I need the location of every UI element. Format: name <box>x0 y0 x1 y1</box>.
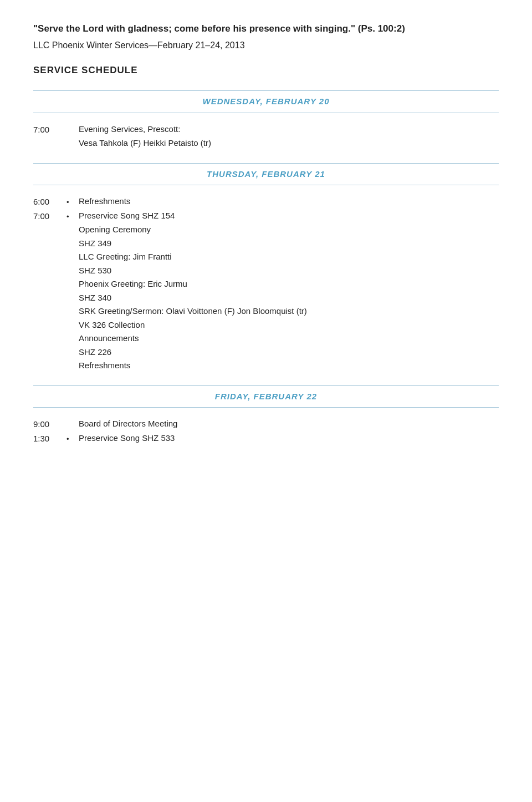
table-row: LLC Greeting: Jim Frantti <box>33 251 499 263</box>
bullet-col <box>66 418 79 419</box>
friday-title: FRIDAY, FEBRUARY 22 <box>33 390 499 403</box>
bullet-col <box>66 237 79 239</box>
content-col: SHZ 349 <box>79 237 499 250</box>
wednesday-divider-bottom <box>33 113 499 113</box>
table-row: SHZ 226 <box>33 346 499 359</box>
table-row: 1:30 • Preservice Song SHZ 533 <box>33 432 499 445</box>
table-row: 6:00 • Refreshments <box>33 195 499 209</box>
page-title: "Serve the Lord with gladness; come befo… <box>33 22 499 35</box>
friday-section: FRIDAY, FEBRUARY 22 <box>33 385 499 408</box>
content-col: LLC Greeting: Jim Frantti <box>79 251 499 263</box>
time-col <box>33 278 66 278</box>
time-col <box>33 359 66 360</box>
time-col: 7:00 <box>33 123 66 136</box>
bullet-col <box>66 332 79 334</box>
content-col: SRK Greeting/Sermon: Olavi Voittonen (F)… <box>79 305 499 318</box>
bullet-col <box>66 359 79 361</box>
time-col: 1:30 <box>33 432 66 445</box>
content-col: VK 326 Collection <box>79 319 499 332</box>
wednesday-divider-top <box>33 90 499 91</box>
time-col <box>33 265 66 265</box>
bullet-col <box>66 123 79 125</box>
bullet-col <box>66 251 79 252</box>
time-col <box>33 319 66 319</box>
content-col: Phoenix Greeting: Eric Jurmu <box>79 278 499 291</box>
page-content: "Serve the Lord with gladness; come befo… <box>33 22 499 445</box>
table-row: Vesa Tahkola (F) Heikki Petaisto (tr) <box>33 137 499 150</box>
bullet-col: • <box>66 432 79 445</box>
wednesday-section: WEDNESDAY, FEBRUARY 20 <box>33 90 499 113</box>
friday-divider-bottom <box>33 407 499 408</box>
time-col <box>33 237 66 238</box>
wednesday-items: 7:00 Evening Services, Prescott: Vesa Ta… <box>33 123 499 150</box>
table-row: VK 326 Collection <box>33 319 499 332</box>
table-row: 7:00 • Preservice Song SHZ 154 <box>33 210 499 223</box>
time-col: 9:00 <box>33 418 66 431</box>
bullet-col <box>66 319 79 321</box>
table-row: SHZ 530 <box>33 265 499 277</box>
time-col <box>33 305 66 306</box>
time-col <box>33 251 66 251</box>
thursday-divider-top <box>33 163 499 164</box>
time-col <box>33 332 66 333</box>
bullet-col <box>66 224 79 225</box>
content-col: Preservice Song SHZ 154 <box>79 210 499 222</box>
content-col: Vesa Tahkola (F) Heikki Petaisto (tr) <box>79 137 499 150</box>
bullet-col: • <box>66 195 79 208</box>
time-col <box>33 292 66 292</box>
time-col: 7:00 <box>33 210 66 223</box>
content-col: Evening Services, Prescott: <box>79 123 499 136</box>
content-col: Refreshments <box>79 195 499 208</box>
time-col: 6:00 <box>33 195 66 209</box>
thursday-items: 6:00 • Refreshments 7:00 • Preservice So… <box>33 195 499 372</box>
bullet-col <box>66 305 79 307</box>
bullet-col <box>66 292 79 293</box>
table-row: Refreshments <box>33 359 499 372</box>
bullet-col <box>66 346 79 348</box>
table-row: Announcements <box>33 332 499 345</box>
subtitle: LLC Phoenix Winter Services—February 21–… <box>33 39 499 52</box>
content-col: Refreshments <box>79 359 499 372</box>
time-col <box>33 137 66 138</box>
content-col: Announcements <box>79 332 499 345</box>
table-row: 7:00 Evening Services, Prescott: <box>33 123 499 136</box>
thursday-title: THURSDAY, FEBRUARY 21 <box>33 168 499 181</box>
content-col: SHZ 340 <box>79 292 499 304</box>
table-row: Opening Ceremony <box>33 224 499 236</box>
table-row: SHZ 340 <box>33 292 499 304</box>
table-row: 9:00 Board of Directors Meeting <box>33 418 499 431</box>
friday-items: 9:00 Board of Directors Meeting 1:30 • P… <box>33 418 499 445</box>
bullet-col <box>66 278 79 280</box>
content-col: Board of Directors Meeting <box>79 418 499 430</box>
thursday-divider-bottom <box>33 185 499 185</box>
bullet-col <box>66 137 79 139</box>
table-row: SRK Greeting/Sermon: Olavi Voittonen (F)… <box>33 305 499 318</box>
content-col: Opening Ceremony <box>79 224 499 236</box>
table-row: Phoenix Greeting: Eric Jurmu <box>33 278 499 291</box>
time-col <box>33 224 66 224</box>
bullet-col <box>66 265 79 266</box>
content-col: SHZ 226 <box>79 346 499 359</box>
section-heading: SERVICE SCHEDULE <box>33 63 499 78</box>
content-col: Preservice Song SHZ 533 <box>79 432 499 445</box>
friday-divider-top <box>33 385 499 386</box>
table-row: SHZ 349 <box>33 237 499 250</box>
content-col: SHZ 530 <box>79 265 499 277</box>
wednesday-title: WEDNESDAY, FEBRUARY 20 <box>33 95 499 108</box>
thursday-section: THURSDAY, FEBRUARY 21 <box>33 163 499 186</box>
time-col <box>33 346 66 347</box>
bullet-col: • <box>66 210 79 222</box>
